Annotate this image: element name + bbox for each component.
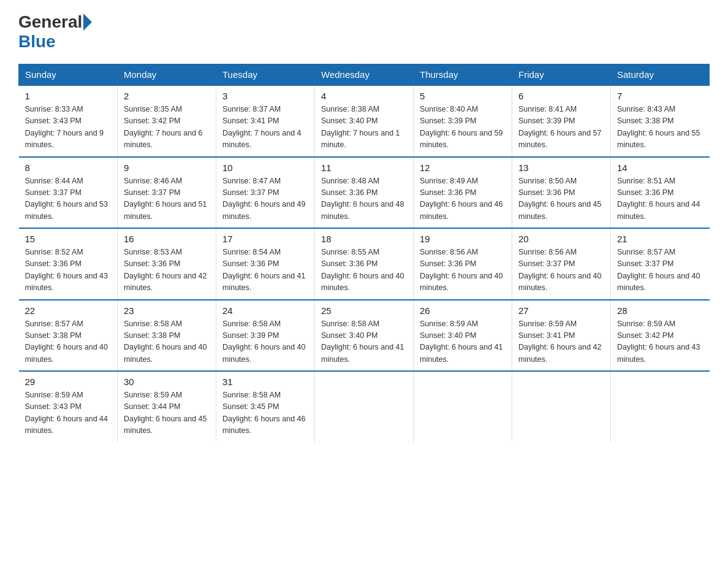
calendar-cell xyxy=(315,371,414,442)
day-number: 5 xyxy=(420,91,506,101)
day-number: 15 xyxy=(25,234,112,244)
calendar-week-row: 1Sunrise: 8:33 AMSunset: 3:43 PMDaylight… xyxy=(19,85,710,157)
day-number: 20 xyxy=(518,234,604,244)
day-info: Sunrise: 8:59 AMSunset: 3:44 PMDaylight:… xyxy=(124,389,210,437)
calendar-cell: 2Sunrise: 8:35 AMSunset: 3:42 PMDaylight… xyxy=(118,85,216,157)
day-number: 11 xyxy=(321,163,407,173)
day-number: 4 xyxy=(321,91,407,101)
col-header-saturday: Saturday xyxy=(611,64,710,86)
calendar-cell: 25Sunrise: 8:58 AMSunset: 3:40 PMDayligh… xyxy=(315,300,414,372)
calendar-cell: 22Sunrise: 8:57 AMSunset: 3:38 PMDayligh… xyxy=(19,300,118,372)
calendar-cell: 13Sunrise: 8:50 AMSunset: 3:36 PMDayligh… xyxy=(512,157,611,229)
col-header-monday: Monday xyxy=(118,64,216,86)
calendar-cell: 9Sunrise: 8:46 AMSunset: 3:37 PMDaylight… xyxy=(118,157,216,229)
day-number: 12 xyxy=(420,163,506,173)
calendar-cell: 27Sunrise: 8:59 AMSunset: 3:41 PMDayligh… xyxy=(512,300,611,372)
day-number: 10 xyxy=(222,163,308,173)
calendar-cell: 18Sunrise: 8:55 AMSunset: 3:36 PMDayligh… xyxy=(315,228,414,300)
day-info: Sunrise: 8:41 AMSunset: 3:39 PMDaylight:… xyxy=(518,104,604,151)
day-number: 28 xyxy=(617,305,703,316)
day-info: Sunrise: 8:59 AMSunset: 3:40 PMDaylight:… xyxy=(420,318,506,366)
day-number: 6 xyxy=(518,91,604,101)
calendar-cell: 1Sunrise: 8:33 AMSunset: 3:43 PMDaylight… xyxy=(19,85,118,157)
day-number: 7 xyxy=(617,91,703,101)
day-info: Sunrise: 8:35 AMSunset: 3:42 PMDaylight:… xyxy=(124,104,210,151)
calendar-cell: 30Sunrise: 8:59 AMSunset: 3:44 PMDayligh… xyxy=(118,371,216,442)
calendar-cell: 11Sunrise: 8:48 AMSunset: 3:36 PMDayligh… xyxy=(315,157,414,229)
day-number: 2 xyxy=(124,91,210,101)
calendar-cell: 23Sunrise: 8:58 AMSunset: 3:38 PMDayligh… xyxy=(118,300,216,372)
day-number: 24 xyxy=(222,305,308,316)
day-info: Sunrise: 8:57 AMSunset: 3:38 PMDaylight:… xyxy=(25,318,112,366)
day-number: 26 xyxy=(420,305,506,316)
day-number: 30 xyxy=(124,377,210,387)
calendar-cell: 3Sunrise: 8:37 AMSunset: 3:41 PMDaylight… xyxy=(216,85,315,157)
day-info: Sunrise: 8:55 AMSunset: 3:36 PMDaylight:… xyxy=(321,247,407,294)
logo-arrow-icon xyxy=(83,13,92,31)
day-info: Sunrise: 8:48 AMSunset: 3:36 PMDaylight:… xyxy=(321,175,407,223)
day-info: Sunrise: 8:47 AMSunset: 3:37 PMDaylight:… xyxy=(222,175,308,223)
day-number: 13 xyxy=(518,163,604,173)
day-info: Sunrise: 8:51 AMSunset: 3:36 PMDaylight:… xyxy=(617,175,703,223)
day-number: 25 xyxy=(321,305,407,316)
day-number: 21 xyxy=(617,234,703,244)
calendar-cell: 4Sunrise: 8:38 AMSunset: 3:40 PMDaylight… xyxy=(315,85,414,157)
day-info: Sunrise: 8:43 AMSunset: 3:38 PMDaylight:… xyxy=(617,104,703,151)
calendar-header-row: SundayMondayTuesdayWednesdayThursdayFrid… xyxy=(19,64,710,86)
calendar-week-row: 15Sunrise: 8:52 AMSunset: 3:36 PMDayligh… xyxy=(19,228,710,300)
calendar-cell: 8Sunrise: 8:44 AMSunset: 3:37 PMDaylight… xyxy=(19,157,118,229)
calendar-cell: 16Sunrise: 8:53 AMSunset: 3:36 PMDayligh… xyxy=(118,228,216,300)
day-info: Sunrise: 8:56 AMSunset: 3:37 PMDaylight:… xyxy=(518,247,604,294)
day-number: 27 xyxy=(518,305,604,316)
col-header-tuesday: Tuesday xyxy=(216,64,315,86)
day-number: 9 xyxy=(124,163,210,173)
day-number: 22 xyxy=(25,305,112,316)
day-info: Sunrise: 8:40 AMSunset: 3:39 PMDaylight:… xyxy=(420,104,506,151)
calendar-week-row: 8Sunrise: 8:44 AMSunset: 3:37 PMDaylight… xyxy=(19,157,710,229)
calendar-cell: 17Sunrise: 8:54 AMSunset: 3:36 PMDayligh… xyxy=(216,228,315,300)
calendar-cell: 14Sunrise: 8:51 AMSunset: 3:36 PMDayligh… xyxy=(611,157,710,229)
calendar-cell xyxy=(512,371,611,442)
day-number: 17 xyxy=(222,234,308,244)
calendar-cell: 24Sunrise: 8:58 AMSunset: 3:39 PMDayligh… xyxy=(216,300,315,372)
day-info: Sunrise: 8:53 AMSunset: 3:36 PMDaylight:… xyxy=(124,247,210,294)
calendar-cell: 19Sunrise: 8:56 AMSunset: 3:36 PMDayligh… xyxy=(414,228,512,300)
logo-blue-text: Blue xyxy=(18,32,56,52)
col-header-thursday: Thursday xyxy=(414,64,512,86)
calendar-cell: 15Sunrise: 8:52 AMSunset: 3:36 PMDayligh… xyxy=(19,228,118,300)
day-number: 3 xyxy=(222,91,308,101)
calendar-cell: 6Sunrise: 8:41 AMSunset: 3:39 PMDaylight… xyxy=(512,85,611,157)
day-info: Sunrise: 8:59 AMSunset: 3:41 PMDaylight:… xyxy=(518,318,604,366)
calendar-cell: 20Sunrise: 8:56 AMSunset: 3:37 PMDayligh… xyxy=(512,228,611,300)
calendar-table: SundayMondayTuesdayWednesdayThursdayFrid… xyxy=(18,64,710,442)
calendar-week-row: 22Sunrise: 8:57 AMSunset: 3:38 PMDayligh… xyxy=(19,300,710,372)
day-number: 1 xyxy=(25,91,112,101)
calendar-cell: 29Sunrise: 8:59 AMSunset: 3:43 PMDayligh… xyxy=(19,371,118,442)
day-info: Sunrise: 8:33 AMSunset: 3:43 PMDaylight:… xyxy=(25,104,112,151)
day-number: 19 xyxy=(420,234,506,244)
calendar-cell xyxy=(414,371,512,442)
calendar-cell: 31Sunrise: 8:58 AMSunset: 3:45 PMDayligh… xyxy=(216,371,315,442)
day-number: 8 xyxy=(25,163,112,173)
calendar-cell: 26Sunrise: 8:59 AMSunset: 3:40 PMDayligh… xyxy=(414,300,512,372)
calendar-cell: 28Sunrise: 8:59 AMSunset: 3:42 PMDayligh… xyxy=(611,300,710,372)
col-header-friday: Friday xyxy=(512,64,611,86)
calendar-week-row: 29Sunrise: 8:59 AMSunset: 3:43 PMDayligh… xyxy=(19,371,710,442)
day-info: Sunrise: 8:58 AMSunset: 3:39 PMDaylight:… xyxy=(222,318,308,366)
day-number: 14 xyxy=(617,163,703,173)
day-number: 29 xyxy=(25,377,112,387)
day-info: Sunrise: 8:59 AMSunset: 3:42 PMDaylight:… xyxy=(617,318,703,366)
logo: General Blue xyxy=(18,12,93,52)
logo-general-text: General xyxy=(18,12,82,32)
day-number: 18 xyxy=(321,234,407,244)
day-info: Sunrise: 8:58 AMSunset: 3:40 PMDaylight:… xyxy=(321,318,407,366)
day-info: Sunrise: 8:37 AMSunset: 3:41 PMDaylight:… xyxy=(222,104,308,151)
day-number: 23 xyxy=(124,305,210,316)
calendar-cell: 21Sunrise: 8:57 AMSunset: 3:37 PMDayligh… xyxy=(611,228,710,300)
col-header-wednesday: Wednesday xyxy=(315,64,414,86)
day-info: Sunrise: 8:44 AMSunset: 3:37 PMDaylight:… xyxy=(25,175,112,223)
calendar-cell: 5Sunrise: 8:40 AMSunset: 3:39 PMDaylight… xyxy=(414,85,512,157)
day-info: Sunrise: 8:56 AMSunset: 3:36 PMDaylight:… xyxy=(420,247,506,294)
day-info: Sunrise: 8:54 AMSunset: 3:36 PMDaylight:… xyxy=(222,247,308,294)
day-info: Sunrise: 8:52 AMSunset: 3:36 PMDaylight:… xyxy=(25,247,112,294)
